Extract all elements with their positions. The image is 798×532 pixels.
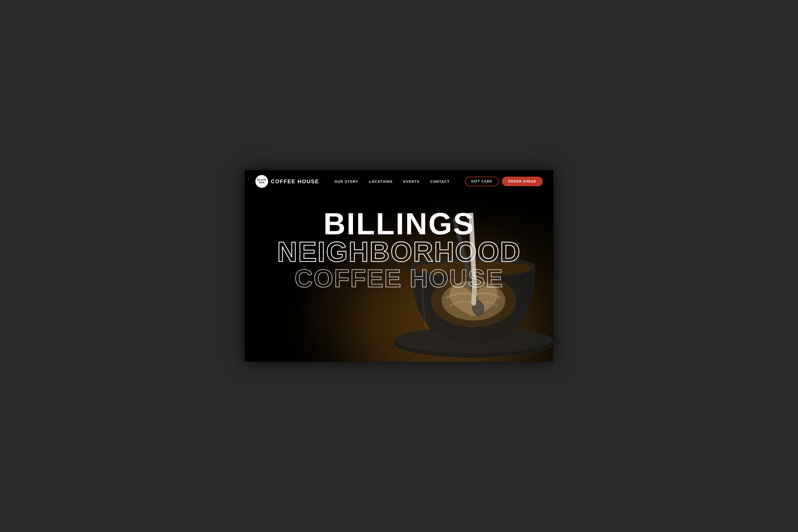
- nav-item-events[interactable]: EVENTS: [403, 179, 419, 184]
- gift-card-button[interactable]: GIFT CARD: [465, 177, 499, 186]
- nav-item-locations[interactable]: LOCATIONS: [369, 179, 393, 184]
- order-ahead-button[interactable]: ORDER AHEAD: [502, 177, 543, 186]
- nav-link-locations[interactable]: LOCATIONS: [369, 179, 393, 184]
- nav-actions: GIFT CARD ORDER AHEAD: [465, 177, 543, 186]
- nav-link-our-story[interactable]: OUR STORY: [334, 179, 358, 184]
- screen-wrapper: BLACK DOG COFFEE HOUSE OUR STORY LOCATIO…: [245, 170, 553, 362]
- logo-dog-text: DOG: [257, 182, 266, 184]
- hero-line2: NEIGHBORHOOD: [245, 238, 553, 266]
- nav-link-events[interactable]: EVENTS: [403, 179, 419, 184]
- logo-circle-inner: BLACK DOG: [257, 179, 266, 184]
- nav-link-contact[interactable]: CONTACT: [430, 179, 450, 184]
- hero-content: BILLINGS NEIGHBORHOOD COFFEE HOUSE: [245, 193, 553, 291]
- hero-line3: COFFEE HOUSE: [245, 266, 553, 291]
- nav-links: OUR STORY LOCATIONS EVENTS CONTACT: [334, 179, 450, 184]
- navbar: BLACK DOG COFFEE HOUSE OUR STORY LOCATIO…: [245, 170, 553, 193]
- brand-name: COFFEE HOUSE: [271, 178, 319, 185]
- hero-line1: BILLINGS: [245, 209, 553, 239]
- logo-area: BLACK DOG COFFEE HOUSE: [255, 175, 319, 188]
- logo-circle: BLACK DOG: [255, 175, 268, 188]
- nav-item-contact[interactable]: CONTACT: [430, 179, 450, 184]
- nav-item-our-story[interactable]: OUR STORY: [334, 179, 358, 184]
